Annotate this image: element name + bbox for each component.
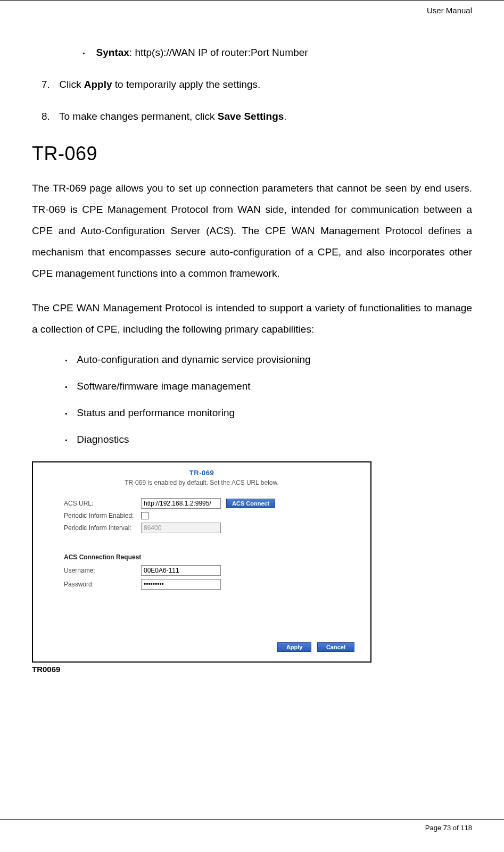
section-para-1: The TR-069 page allows you to set up con… <box>32 178 472 284</box>
list-item: Auto-configuration and dynamic service p… <box>65 354 472 366</box>
inform-interval-label: Periodic Inform Interval: <box>43 524 141 532</box>
step-8: 8. To make changes permanent, click Save… <box>42 111 472 122</box>
password-input[interactable] <box>141 579 221 590</box>
acs-connect-button[interactable]: ACS Connect <box>226 499 275 508</box>
acs-url-row: ACS URL: ACS Connect <box>43 498 361 509</box>
step-7: 7. Click Apply to temporarily apply the … <box>42 79 472 90</box>
password-row: Password: <box>43 579 361 590</box>
list-item: Diagnostics <box>65 434 472 445</box>
inform-interval-input[interactable] <box>141 523 221 533</box>
syntax-line: Syntax: http(s)://WAN IP of router:Port … <box>82 47 472 59</box>
syntax-value: : http(s)://WAN IP of router:Port Number <box>129 47 308 58</box>
cancel-button[interactable]: Cancel <box>317 642 354 652</box>
capabilities-list: Auto-configuration and dynamic service p… <box>65 354 472 445</box>
username-input[interactable] <box>141 565 221 576</box>
step-text-pre: To make changes permanent, click <box>59 111 218 122</box>
inform-interval-row: Periodic Inform Interval: <box>43 523 361 533</box>
panel-footer-buttons: Apply Cancel <box>43 638 361 656</box>
panel-title: TR-069 <box>43 469 361 477</box>
password-label: Password: <box>43 581 141 588</box>
header-label: User Manual <box>0 1 504 15</box>
username-label: Username: <box>43 567 141 574</box>
step-text-post: . <box>284 111 286 122</box>
step-number: 7. <box>42 79 56 90</box>
step-text-post: to temporarily apply the settings. <box>112 79 261 90</box>
username-row: Username: <box>43 565 361 576</box>
list-item: Software/firmware image management <box>65 380 472 392</box>
document-page: User Manual Syntax: http(s)://WAN IP of … <box>0 0 504 820</box>
figure-caption: TR0069 <box>32 665 472 674</box>
section-heading: TR-069 <box>32 143 472 165</box>
inform-enabled-checkbox[interactable] <box>141 512 148 519</box>
tr069-panel: TR-069 TR-069 is enabled by default. Set… <box>32 461 371 663</box>
page-footer: Page 73 of 118 <box>0 820 504 842</box>
panel-subtitle: TR-069 is enabled by default. Set the AC… <box>43 479 361 486</box>
syntax-label: Syntax <box>96 47 129 58</box>
section-para-2: The CPE WAN Management Protocol is inten… <box>32 297 472 340</box>
inform-enabled-label: Periodic Inform Enabled: <box>43 512 141 519</box>
step-text-pre: Click <box>59 79 84 90</box>
acs-url-label: ACS URL: <box>43 500 141 507</box>
step-number: 8. <box>42 111 56 122</box>
embedded-screenshot: TR-069 TR-069 is enabled by default. Set… <box>32 461 472 674</box>
apply-button[interactable]: Apply <box>277 642 312 652</box>
acs-request-header: ACS Connection Request <box>43 553 361 561</box>
step-text-bold: Save Settings <box>218 111 284 122</box>
panel-inner: TR-069 TR-069 is enabled by default. Set… <box>33 462 370 661</box>
page-content: Syntax: http(s)://WAN IP of router:Port … <box>0 15 504 674</box>
step-text-bold: Apply <box>84 79 112 90</box>
acs-url-input[interactable] <box>141 498 221 509</box>
inform-enabled-row: Periodic Inform Enabled: <box>43 512 361 519</box>
list-item: Status and performance monitoring <box>65 407 472 419</box>
